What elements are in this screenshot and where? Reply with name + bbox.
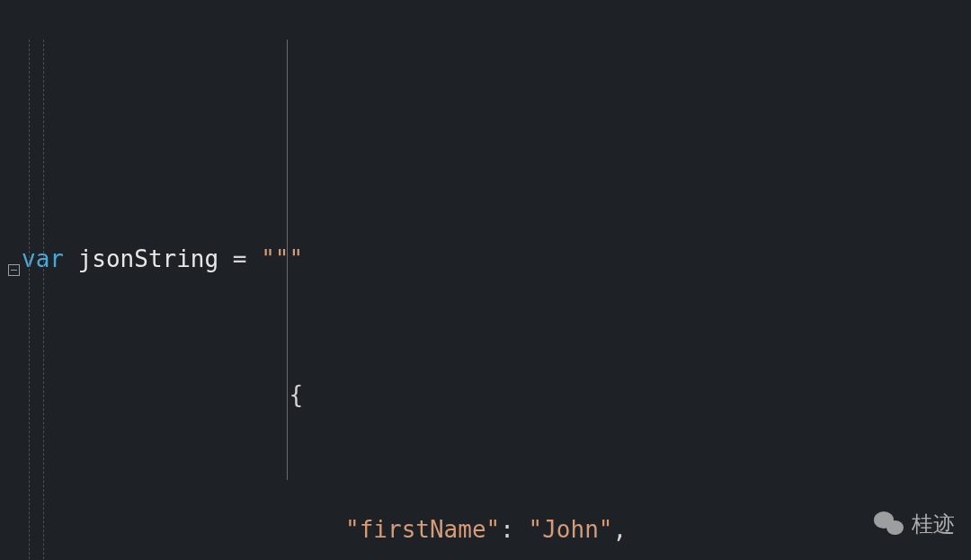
indent-guide — [43, 40, 44, 560]
wechat-icon — [874, 511, 906, 538]
brace-open: { — [289, 381, 303, 408]
string-alignment-guide — [287, 40, 288, 480]
fold-toggle[interactable] — [0, 243, 22, 277]
colon: : — [500, 516, 514, 543]
code-line[interactable]: { — [0, 378, 971, 413]
watermark-badge: 桂迹 — [874, 509, 955, 540]
operator-equals: = — [233, 245, 247, 272]
code-line[interactable]: "firstName": "John", — [0, 513, 971, 547]
indent-guide — [29, 40, 30, 560]
comma: , — [612, 516, 627, 543]
code-line[interactable]: var jsonString = """ — [0, 243, 971, 277]
json-value: "John" — [529, 516, 613, 543]
minus-box-icon — [8, 264, 20, 276]
string-open-triple-quote: """ — [261, 245, 303, 272]
variable-name: jsonString — [78, 245, 219, 272]
code-editor[interactable]: var jsonString = """ { "firstName": "Joh… — [0, 0, 971, 560]
watermark-text: 桂迹 — [912, 509, 955, 540]
json-key: "firstName" — [345, 516, 500, 543]
